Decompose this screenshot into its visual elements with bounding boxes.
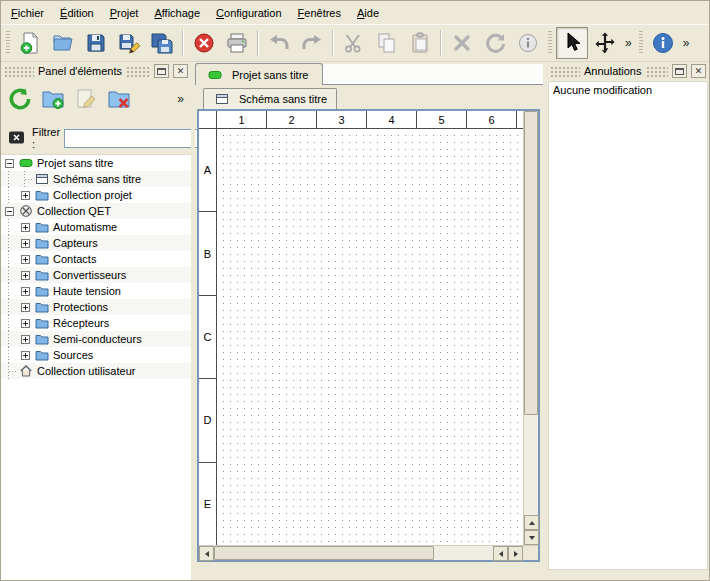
close-panel-button[interactable]: ✕ xyxy=(691,64,706,78)
help-overflow-button[interactable]: » xyxy=(680,28,693,58)
toolbar-grip[interactable] xyxy=(6,31,10,55)
collapse-icon[interactable] xyxy=(1,155,17,171)
float-panel-button[interactable] xyxy=(154,64,169,78)
scroll-up-button[interactable] xyxy=(524,515,539,530)
redo-icon xyxy=(300,31,324,55)
ruler-column: 2 xyxy=(267,111,317,129)
tree-guide xyxy=(1,283,17,299)
delete-element-button[interactable] xyxy=(104,84,134,114)
menu-configuration[interactable]: Configuration xyxy=(208,4,289,23)
undo-panel: Annulations ✕ Aucune modification xyxy=(547,62,709,580)
tree-item-haute-tension[interactable]: Haute tension xyxy=(1,283,191,299)
menu-fenetres[interactable]: Fenêtres xyxy=(290,4,349,23)
schema-view: 1 2 3 4 5 6 A B xyxy=(197,109,540,562)
float-icon xyxy=(675,67,684,76)
tree-guide xyxy=(1,267,17,283)
open-file-button[interactable] xyxy=(47,27,79,59)
save-button[interactable] xyxy=(80,27,112,59)
edit-element-icon xyxy=(74,87,98,111)
menu-aide[interactable]: Aide xyxy=(349,4,387,23)
close-panel-button[interactable]: ✕ xyxy=(173,64,188,78)
left-arrow-icon xyxy=(205,551,209,557)
app-window: Fichier Édition Projet Affichage Configu… xyxy=(0,0,710,581)
tree-item-schema-sans-titre[interactable]: Schéma sans titre xyxy=(1,171,191,187)
expand-icon[interactable] xyxy=(17,347,33,363)
expand-icon[interactable] xyxy=(17,267,33,283)
print-button[interactable] xyxy=(221,27,253,59)
copy-button[interactable] xyxy=(371,27,403,59)
schema-canvas[interactable] xyxy=(217,129,523,545)
vertical-scroll-thumb[interactable] xyxy=(524,111,538,415)
project-tab[interactable]: Projet sans titre xyxy=(195,63,323,85)
paste-button[interactable] xyxy=(404,27,436,59)
tree-item-collection-utilisateur[interactable]: Collection utilisateur xyxy=(1,363,191,379)
vertical-scroll-track[interactable] xyxy=(524,415,538,515)
reload-collections-button[interactable] xyxy=(5,84,35,114)
expand-icon[interactable] xyxy=(17,219,33,235)
scroll-right-button[interactable] xyxy=(508,546,523,561)
tree-item-automatisme[interactable]: Automatisme xyxy=(1,219,191,235)
horizontal-scroll-track[interactable] xyxy=(434,546,493,560)
toolbar-grip[interactable] xyxy=(639,31,643,55)
tree-item-convertisseurs[interactable]: Convertisseurs xyxy=(1,267,191,283)
scroll-down-button[interactable] xyxy=(524,530,539,545)
select-mode-button[interactable] xyxy=(556,27,588,59)
cut-icon xyxy=(342,31,366,55)
menu-affichage[interactable]: Affichage xyxy=(146,4,208,23)
elements-panel-titlebar[interactable]: Panel d'éléments ✕ xyxy=(1,62,191,80)
tree-item-collection-qet[interactable]: Collection QET xyxy=(1,203,191,219)
horizontal-scrollbar[interactable] xyxy=(199,545,523,560)
new-element-button[interactable] xyxy=(38,84,68,114)
clear-filter-button[interactable] xyxy=(6,128,28,148)
info-button[interactable] xyxy=(512,27,544,59)
menu-fichier[interactable]: Fichier xyxy=(3,4,52,23)
tree-guide xyxy=(1,171,17,187)
menu-edition[interactable]: Édition xyxy=(52,4,102,23)
edit-element-button[interactable] xyxy=(71,84,101,114)
ruler-column: 1 xyxy=(217,111,267,129)
toolbar-overflow-button[interactable]: » xyxy=(622,28,635,58)
expand-icon[interactable] xyxy=(17,235,33,251)
tab-bar-filler xyxy=(323,64,543,85)
delete-button[interactable] xyxy=(446,27,478,59)
expand-icon[interactable] xyxy=(17,299,33,315)
panel-overflow-button[interactable]: » xyxy=(174,84,187,114)
save-all-button[interactable] xyxy=(146,27,178,59)
cut-button[interactable] xyxy=(338,27,370,59)
tree-item-recepteurs[interactable]: Récepteurs xyxy=(1,315,191,331)
menu-projet[interactable]: Projet xyxy=(102,4,147,23)
rotate-button[interactable] xyxy=(479,27,511,59)
scroll-left-button-2[interactable] xyxy=(493,546,508,561)
tree-item-contacts[interactable]: Contacts xyxy=(1,251,191,267)
schema-tab[interactable]: Schéma sans titre xyxy=(203,88,337,109)
float-panel-button[interactable] xyxy=(672,64,687,78)
tree-item-capteurs[interactable]: Capteurs xyxy=(1,235,191,251)
tree-item-semi-conducteurs[interactable]: Semi-conducteurs xyxy=(1,331,191,347)
collapse-icon[interactable] xyxy=(1,203,17,219)
new-file-button[interactable] xyxy=(14,27,46,59)
toolbar-grip[interactable] xyxy=(548,31,552,55)
tree-item-sources[interactable]: Sources xyxy=(1,347,191,363)
tree-item-collection-projet[interactable]: Collection projet xyxy=(1,187,191,203)
scroll-left-button[interactable] xyxy=(199,546,214,561)
tree-item-projet-sans-titre[interactable]: Projet sans titre xyxy=(1,155,191,171)
vertical-scrollbar[interactable] xyxy=(523,111,538,545)
move-icon xyxy=(593,31,617,55)
redo-button[interactable] xyxy=(296,27,328,59)
ruler-column: 6 xyxy=(467,111,517,129)
tree-item-protections[interactable]: Protections xyxy=(1,299,191,315)
info-icon xyxy=(516,31,540,55)
about-button[interactable] xyxy=(647,27,679,59)
expand-icon[interactable] xyxy=(17,331,33,347)
expand-icon[interactable] xyxy=(17,315,33,331)
horizontal-scroll-thumb[interactable] xyxy=(214,546,434,560)
close-file-button[interactable] xyxy=(188,27,220,59)
undo-history-list[interactable]: Aucune modification xyxy=(548,81,708,570)
save-as-button[interactable] xyxy=(113,27,145,59)
expand-icon[interactable] xyxy=(17,283,33,299)
undo-button[interactable] xyxy=(263,27,295,59)
move-mode-button[interactable] xyxy=(589,27,621,59)
expand-icon[interactable] xyxy=(17,187,33,203)
undo-panel-titlebar[interactable]: Annulations ✕ xyxy=(547,62,709,80)
expand-icon[interactable] xyxy=(17,251,33,267)
